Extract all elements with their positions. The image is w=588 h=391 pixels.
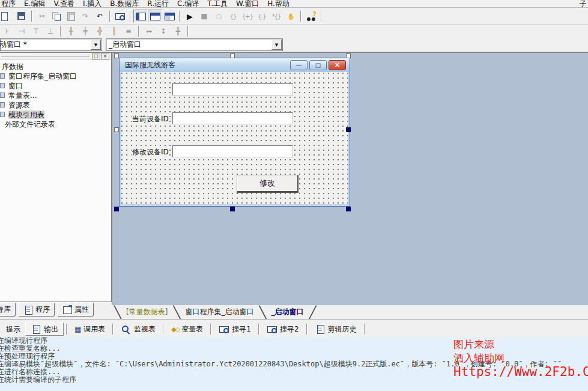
tree-item-label: 模块引用表 — [8, 111, 44, 119]
panel-restore-button[interactable]: □ — [92, 53, 100, 59]
center-vertical-icon: ╪ — [83, 27, 87, 35]
clip-doc-icon — [315, 324, 326, 334]
menu-item-database[interactable]: B.数据库 — [106, 0, 143, 8]
tab-label: 程序 — [35, 305, 50, 315]
tree-item-external-files[interactable]: 外部文件记录表 — [0, 120, 111, 129]
resize-handle-top-center[interactable] — [230, 53, 235, 58]
menu-item-window[interactable]: W.窗口 — [232, 0, 263, 8]
resize-handle-top-right[interactable] — [346, 53, 351, 58]
resize-handle-bottom-center[interactable] — [230, 207, 235, 211]
paste-button[interactable] — [64, 10, 78, 23]
menu-item-program[interactable]: 程序 — [0, 0, 20, 8]
modify-button[interactable]: 修改 — [237, 175, 299, 193]
window-layout-grid-icon — [165, 13, 175, 20]
align-right-edges-button[interactable]: ⊣ — [14, 26, 29, 36]
menu-item-run[interactable]: R.运行 — [143, 0, 173, 8]
resize-handle-left-middle[interactable] — [114, 127, 119, 132]
current-device-id-label[interactable]: 当前设备ID — [132, 114, 169, 124]
menu-item-edit[interactable]: E.编辑 — [20, 0, 49, 8]
tab-properties[interactable]: 属性 — [57, 303, 94, 317]
menu-item-help[interactable]: H.帮助 — [263, 0, 294, 8]
tab-output[interactable]: 输出 — [25, 323, 64, 336]
tab-search-2[interactable]: 搜寻2 — [262, 323, 304, 336]
close-button[interactable]: × — [329, 60, 346, 70]
align-top-edges-button[interactable]: ⊤ — [29, 26, 43, 36]
step-into-button[interactable]: {+} — [240, 10, 255, 23]
tree-item-window[interactable]: 窗口 — [0, 81, 111, 91]
window-layout-top-icon — [150, 13, 160, 20]
run-to-cursor-button[interactable]: *{} — [269, 10, 283, 23]
tab-watch-table[interactable]: 监视表 — [116, 323, 160, 336]
undo-button[interactable]: ↶ — [92, 10, 107, 23]
stop-button[interactable]: ■ — [197, 10, 211, 23]
run-button[interactable]: ▶ — [183, 10, 197, 23]
open-button[interactable] — [0, 10, 14, 23]
tab-search-1[interactable]: 搜寻1 — [214, 323, 256, 336]
tab-program[interactable]: 程序 — [18, 303, 55, 317]
horizontal-divider — [0, 319, 588, 321]
tab-clip-history[interactable]: 剪辑历史 — [310, 323, 362, 336]
layout-grid-button[interactable] — [162, 10, 177, 23]
doc-tab-window-program-set[interactable]: 窗口程序集_启动窗口 — [180, 307, 259, 317]
redo-button[interactable]: ↷ — [78, 10, 92, 23]
tab-call-table[interactable]: ▦调用表 — [70, 323, 110, 336]
center-vertical-button[interactable]: ╪ — [78, 26, 92, 36]
active-window-combobox[interactable]: 动窗口 * ▼ — [0, 38, 102, 51]
resize-handle-top-left[interactable] — [114, 53, 119, 58]
modify-device-id-label[interactable]: 修改设备ID — [132, 147, 169, 157]
output-doc-icon — [31, 324, 41, 334]
form-title: 国际服无线游客 — [125, 60, 175, 70]
modify-device-id-input[interactable] — [172, 145, 293, 157]
layout-left-button[interactable] — [133, 10, 148, 23]
tree-item-constants-table[interactable]: 常量表... — [0, 91, 111, 100]
pause-button[interactable]: ✋ — [283, 10, 298, 23]
save-button[interactable] — [14, 10, 29, 23]
resize-handle-bottom-left[interactable] — [114, 207, 119, 211]
tab-support-library[interactable]: 持库 — [0, 303, 16, 317]
active-object-combobox[interactable]: _启动窗口 ▼ — [106, 38, 283, 51]
project-tree: 序数据 窗口程序集_启动窗口 窗口 常量表... 资源表 模块引用表 外部文件记… — [0, 60, 111, 129]
menu-item-tools[interactable]: T.工具 — [203, 0, 232, 8]
space-down-button[interactable]: ≡ — [121, 26, 136, 36]
compiler-output-pane[interactable]: 在编译现行程序 在检查重复名称... 在预处理现行程序 在编译易模块″超级模块″… — [0, 337, 588, 391]
debug-window-button[interactable]: ▢ — [211, 10, 226, 23]
menu-item-compile[interactable]: C.编译 — [173, 0, 203, 8]
tree-item-program-data[interactable]: 序数据 — [0, 62, 111, 71]
center-horizontal-button[interactable]: ╫ — [64, 26, 78, 36]
form-canvas[interactable]: 当前设备ID 修改设备ID 修改 — [121, 72, 348, 204]
tree-item-resources-table[interactable]: 资源表 — [0, 100, 111, 110]
resize-handle-bottom-right[interactable] — [346, 207, 351, 211]
menu-item-view[interactable]: V.查看 — [49, 0, 78, 8]
combo-dropdown-button[interactable]: ▼ — [271, 40, 282, 50]
doc-tab-constant-data-table[interactable]: [常量数据表] — [121, 307, 173, 317]
resize-handle-right-middle[interactable] — [346, 127, 351, 132]
current-device-id-input[interactable] — [172, 112, 293, 124]
menu-item-insert[interactable]: I.插入 — [79, 0, 106, 8]
tab-hints[interactable]: 提示 — [1, 323, 25, 336]
combo-dropdown-button[interactable]: ▼ — [91, 40, 101, 50]
panel-close-button[interactable]: × — [101, 53, 109, 59]
step-out-button[interactable]: {-} — [255, 10, 269, 23]
maximize-button[interactable]: □ — [309, 60, 327, 70]
tree-item-module-references[interactable]: 模块引用表 — [0, 110, 111, 120]
find-next-button[interactable]: ? — [304, 10, 318, 23]
find-button[interactable] — [113, 10, 127, 23]
tree-item-window-program-set[interactable]: 窗口程序集_启动窗口 — [0, 71, 111, 81]
layout-top-button[interactable] — [148, 10, 162, 23]
tab-variables-table[interactable]: ◆◇变量表 — [166, 323, 208, 336]
cut-button[interactable]: ✂ — [35, 10, 49, 23]
copy-button[interactable] — [49, 10, 64, 23]
doc-tab-startup-window[interactable]: _启动窗口 — [265, 307, 309, 317]
top-id-input[interactable] — [172, 83, 293, 95]
designed-form-window[interactable]: 国际服无线游客 — □ × 当前设备ID 修改设备ID 修改 — [120, 58, 350, 206]
space-across-button[interactable]: ║ — [107, 26, 121, 36]
align-left-edges-button[interactable]: ⊦ — [0, 26, 14, 36]
same-size-button[interactable]: ╋ — [171, 26, 185, 36]
same-height-button[interactable]: ↕ — [156, 26, 171, 36]
step-over-button[interactable]: {} — [226, 10, 240, 23]
align-bottom-edges-button[interactable]: ⊥ — [43, 26, 58, 36]
space-evenly-button[interactable]: ╬ — [92, 26, 107, 36]
watermark-line: 酒入辅助网 — [453, 351, 588, 365]
same-width-button[interactable]: ↔ — [142, 26, 156, 36]
minimize-button[interactable]: — — [290, 60, 308, 70]
